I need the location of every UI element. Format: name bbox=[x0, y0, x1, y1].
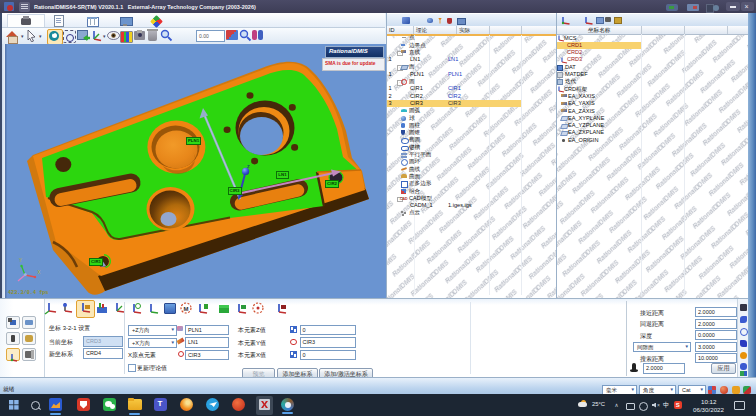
svg-text:Y: Y bbox=[19, 258, 22, 263]
svg-text:X: X bbox=[38, 270, 41, 275]
svg-text:M: M bbox=[184, 306, 189, 312]
svg-text:423.3/0.4 fps: 423.3/0.4 fps bbox=[8, 290, 48, 296]
svg-text:z: z bbox=[247, 163, 250, 169]
